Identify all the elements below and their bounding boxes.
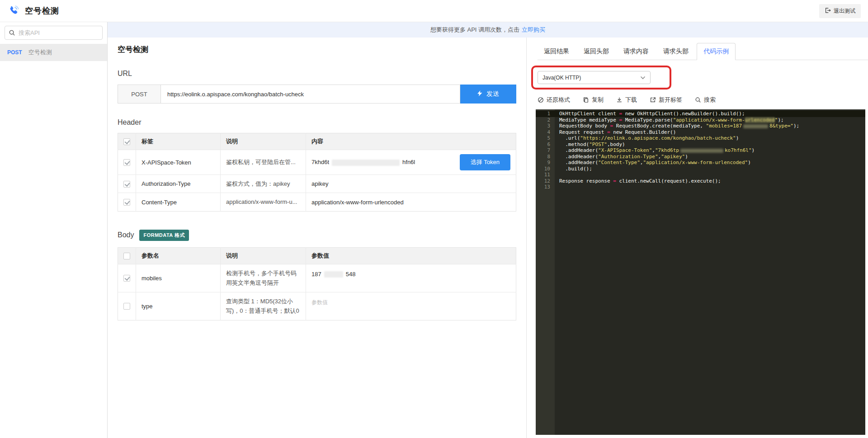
download-button[interactable]: 下载 bbox=[616, 96, 637, 104]
code-lines: 1OkHttpClient client = new OkHttpClient(… bbox=[536, 111, 865, 190]
row-checkbox[interactable] bbox=[123, 159, 130, 166]
column-header: 说明 bbox=[221, 133, 306, 150]
open-new-tab-button[interactable]: 新开标签 bbox=[650, 96, 682, 104]
code-editor[interactable]: 1OkHttpClient client = new OkHttpClient(… bbox=[536, 109, 865, 435]
code-line: 7 .addHeader("X-APISpace-Token","7khd6tp… bbox=[536, 147, 865, 154]
page-title: 空号检测 bbox=[118, 44, 516, 55]
request-config-panel: 空号检测 URL POST 发送 Header bbox=[108, 38, 527, 438]
top-bar: 空号检测 退出测试 bbox=[0, 0, 868, 22]
chevron-down-icon bbox=[640, 76, 646, 80]
select-all-params-checkbox[interactable] bbox=[123, 253, 130, 259]
code-line: 2MediaType mediaType = MediaType.parse("… bbox=[536, 117, 865, 123]
table-row: X-APISpace-Token 鉴权私钥，可登陆后在管... 7khd6thf… bbox=[118, 150, 516, 175]
table-row: type 查询类型 1：MD5(32位小写)，0：普通手机号；默认0 参数值 bbox=[118, 292, 516, 320]
test-result-panel: 返回结果 返回头部 请求内容 请求头部 代码示例 Java(OK HTTP) bbox=[527, 38, 868, 438]
send-label: 发送 bbox=[486, 90, 499, 98]
format-icon bbox=[538, 97, 544, 103]
quota-notice-bar: 想要获得更多 API 调用次数，点击 立即购买 bbox=[108, 22, 868, 38]
body-section-label: Body bbox=[118, 231, 134, 239]
table-row: mobiles 检测手机号，多个手机号码用英文半角逗号隔开 187548 bbox=[118, 264, 516, 292]
column-header: 说明 bbox=[221, 247, 306, 264]
buy-now-link[interactable]: 立即购买 bbox=[522, 26, 545, 34]
header-value[interactable]: application/x-www-form-urlencoded bbox=[306, 193, 516, 211]
row-checkbox[interactable] bbox=[123, 199, 130, 206]
masked-value-block bbox=[324, 271, 343, 278]
header-tag: Authorization-Type bbox=[136, 175, 221, 193]
code-line: 11 bbox=[536, 172, 865, 178]
phone-logo-icon bbox=[7, 5, 19, 17]
result-tabs: 返回结果 返回头部 请求内容 请求头部 代码示例 bbox=[538, 43, 868, 60]
url-row: POST 发送 bbox=[118, 85, 516, 104]
column-header: 参数值 bbox=[306, 247, 516, 264]
code-line: 10 .build(); bbox=[536, 166, 865, 172]
sidebar-item-konghao[interactable]: POST 空号检测 bbox=[0, 44, 107, 61]
code-line: 9 .addHeader("Content-Type","application… bbox=[536, 160, 865, 166]
header-tag: X-APISpace-Token bbox=[136, 150, 221, 175]
header-table-head: 标签 说明 内容 bbox=[118, 133, 516, 150]
exit-test-label: 退出测试 bbox=[834, 7, 855, 15]
code-line: 12Response response = client.newCall(req… bbox=[536, 178, 865, 184]
http-method-box: POST bbox=[118, 85, 161, 104]
tab-return-headers[interactable]: 返回头部 bbox=[577, 43, 615, 60]
restore-format-button[interactable]: 还原格式 bbox=[538, 96, 570, 104]
language-select-value: Java(OK HTTP) bbox=[542, 75, 581, 81]
header-value[interactable]: apikey bbox=[306, 175, 516, 193]
token-value[interactable]: 7khd6thfn6l bbox=[311, 159, 415, 166]
code-toolbar: 还原格式 复制 下载 新开标签 bbox=[538, 96, 868, 104]
param-desc: 检测手机号，多个手机号码用英文半角逗号隔开 bbox=[221, 264, 306, 292]
header-section-label: Header bbox=[118, 118, 516, 127]
header-table: 标签 说明 内容 X-APISpace-Token 鉴权私钥，可登陆后在管... bbox=[118, 133, 516, 212]
row-checkbox[interactable] bbox=[123, 303, 130, 310]
code-line: 13 bbox=[536, 184, 865, 190]
search-icon bbox=[9, 29, 15, 36]
table-row: Content-Type application/x-www-form-u...… bbox=[118, 193, 516, 211]
header-desc: 鉴权方式，值为：apikey bbox=[221, 175, 306, 193]
method-badge: POST bbox=[7, 49, 22, 56]
tab-code-sample[interactable]: 代码示例 bbox=[697, 43, 736, 60]
copy-button[interactable]: 复制 bbox=[583, 96, 604, 104]
search-input[interactable] bbox=[5, 26, 103, 40]
column-header: 标签 bbox=[136, 133, 221, 150]
param-value-placeholder[interactable]: 参数值 bbox=[311, 299, 328, 306]
column-header: 参数名 bbox=[136, 247, 221, 264]
code-line: 6 .method("POST",body) bbox=[536, 141, 865, 148]
send-button[interactable]: 发送 bbox=[460, 85, 516, 104]
search-icon bbox=[695, 97, 701, 103]
app-title: 空号检测 bbox=[25, 5, 59, 16]
code-line: 3RequestBody body = RequestBody.create(m… bbox=[536, 123, 865, 129]
tab-request-content[interactable]: 请求内容 bbox=[617, 43, 655, 60]
api-sidebar: POST 空号检测 bbox=[0, 22, 108, 438]
exit-test-button[interactable]: 退出测试 bbox=[819, 4, 861, 18]
masked-code-block bbox=[743, 124, 768, 128]
param-desc: 查询类型 1：MD5(32位小写)，0：普通手机号；默认0 bbox=[221, 292, 306, 320]
tab-request-headers[interactable]: 请求头部 bbox=[657, 43, 695, 60]
header-tag: Content-Type bbox=[136, 193, 221, 211]
code-line: 1OkHttpClient client = new OkHttpClient(… bbox=[536, 111, 865, 117]
masked-code-block bbox=[680, 149, 723, 153]
column-header: 内容 bbox=[306, 133, 516, 150]
param-name: type bbox=[136, 292, 221, 320]
bolt-icon bbox=[477, 90, 482, 98]
download-icon bbox=[616, 97, 623, 103]
code-line: 8 .addHeader("Authorization-Type","apike… bbox=[536, 154, 865, 160]
url-input[interactable] bbox=[161, 85, 460, 104]
row-checkbox[interactable] bbox=[123, 275, 130, 282]
quota-notice-text: 想要获得更多 API 调用次数，点击 bbox=[430, 26, 519, 34]
language-select[interactable]: Java(OK HTTP) bbox=[538, 71, 651, 84]
copy-icon bbox=[583, 97, 589, 103]
table-row: Authorization-Type 鉴权方式，值为：apikey apikey bbox=[118, 175, 516, 193]
code-line: 4Request request = new Request.Builder() bbox=[536, 129, 865, 136]
choose-token-button[interactable]: 选择 Token bbox=[460, 154, 510, 170]
select-all-headers-checkbox[interactable] bbox=[123, 138, 130, 145]
new-tab-icon bbox=[650, 97, 656, 103]
param-value[interactable]: 187548 bbox=[306, 264, 516, 292]
tab-return-result[interactable]: 返回结果 bbox=[538, 43, 576, 60]
formdata-badge: FORMDATA 格式 bbox=[139, 230, 189, 241]
code-search-button[interactable]: 搜索 bbox=[695, 96, 716, 104]
url-section-label: URL bbox=[118, 70, 516, 78]
header-desc: 鉴权私钥，可登陆后在管... bbox=[221, 150, 306, 175]
row-checkbox[interactable] bbox=[123, 181, 130, 188]
header-desc: application/x-www-form-u... bbox=[221, 193, 306, 211]
masked-value-block bbox=[332, 160, 400, 166]
api-search bbox=[5, 26, 103, 40]
